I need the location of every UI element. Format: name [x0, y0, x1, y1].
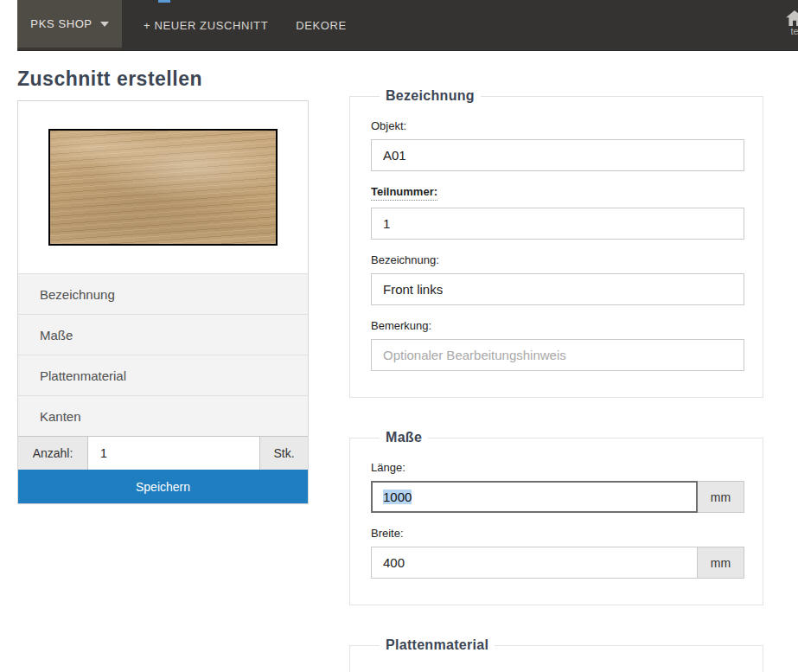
nav-user-label: te	[790, 26, 798, 37]
field-objekt: Objekt:	[371, 114, 744, 171]
top-blue-mark	[158, 0, 170, 3]
page-title: Zuschnitt erstellen	[17, 67, 202, 91]
top-navbar: PKS SHOP + NEUER ZUSCHNITT DEKORE te	[17, 0, 798, 51]
bezeichnung-input[interactable]	[371, 273, 744, 305]
chevron-down-icon	[100, 22, 109, 27]
field-bezeichnung: Bezeichnung:	[371, 248, 744, 305]
fieldset-masse: Maße Länge: 1000 mm Breite: mm	[349, 430, 763, 605]
field-laenge: Länge: 1000 mm	[371, 456, 744, 513]
accordion-item-plattenmaterial[interactable]: Plattenmaterial	[18, 355, 308, 395]
nav-user-home[interactable]: te	[786, 10, 798, 37]
bemerkung-label: Bemerkung:	[371, 319, 431, 332]
accordion-item-bezeichnung[interactable]: Bezeichnung	[18, 273, 308, 314]
breite-input-group: mm	[371, 547, 744, 579]
nav-item-neuer-zuschnitt[interactable]: + NEUER ZUSCHNITT	[130, 0, 282, 50]
fieldset-plattenmaterial-legend: Plattenmaterial	[380, 637, 495, 653]
field-bemerkung: Bemerkung:	[371, 314, 744, 371]
quantity-input[interactable]	[88, 437, 259, 470]
bemerkung-input[interactable]	[371, 339, 744, 371]
laenge-unit-addon: mm	[698, 481, 744, 513]
fieldset-masse-legend: Maße	[380, 430, 428, 445]
fieldset-bezeichnung: Bezeichnung Objekt: Teilnummer: Bezeichn…	[349, 88, 763, 398]
cut-form: Bezeichnung Objekt: Teilnummer: Bezeichn…	[349, 88, 763, 672]
bezeichnung-label: Bezeichnung:	[371, 253, 439, 266]
laenge-selected-value: 1000	[383, 490, 412, 504]
breite-input[interactable]	[371, 547, 698, 579]
objekt-input[interactable]	[371, 139, 744, 171]
brand-label: PKS SHOP	[30, 17, 92, 30]
field-breite: Breite: mm	[371, 522, 744, 579]
quantity-unit-label: Stk.	[259, 437, 308, 470]
laenge-label: Länge:	[371, 461, 405, 474]
section-accordion: Bezeichnung Maße Plattenmaterial Kanten	[18, 273, 308, 436]
breite-unit-addon: mm	[698, 547, 744, 579]
wood-decor-image	[48, 129, 278, 246]
decor-preview	[18, 101, 308, 273]
accordion-item-masse[interactable]: Maße	[18, 314, 308, 355]
cut-summary-card: Bezeichnung Maße Plattenmaterial Kanten …	[17, 100, 309, 504]
home-icon	[786, 10, 798, 26]
quantity-label: Anzahl:	[18, 437, 88, 470]
breite-label: Breite:	[371, 527, 404, 540]
save-button[interactable]: Speichern	[18, 470, 308, 503]
objekt-label: Objekt:	[371, 119, 406, 132]
field-teilnummer: Teilnummer:	[371, 180, 744, 240]
laenge-input[interactable]: 1000	[371, 481, 698, 513]
nav-item-dekore[interactable]: DEKORE	[282, 0, 361, 50]
fieldset-bezeichnung-legend: Bezeichnung	[380, 88, 481, 104]
brand-menu-pks-shop[interactable]: PKS SHOP	[17, 0, 122, 50]
teilnummer-label: Teilnummer:	[371, 185, 437, 201]
accordion-item-kanten[interactable]: Kanten	[18, 395, 308, 436]
laenge-input-group: 1000 mm	[371, 481, 744, 513]
fieldset-plattenmaterial: Plattenmaterial	[349, 637, 763, 672]
quantity-row: Anzahl: Stk.	[18, 436, 308, 470]
teilnummer-input[interactable]	[371, 208, 744, 240]
